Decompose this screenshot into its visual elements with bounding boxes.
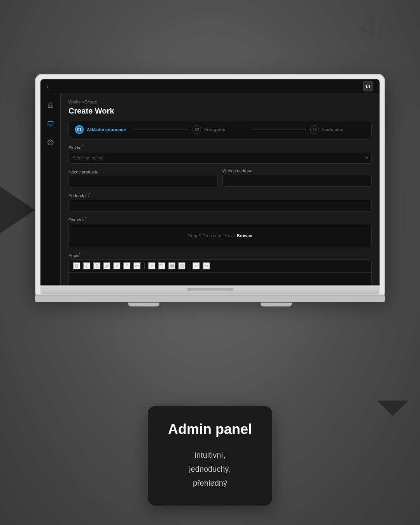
description-field-group: Popis* B I S H xyxy=(68,252,372,285)
rte-image[interactable] xyxy=(178,262,186,270)
breadcrumb-separator: › xyxy=(82,100,83,104)
laptop-screen: › LT xyxy=(40,79,380,285)
subtitle-field-group: Podnadpis* xyxy=(68,192,372,212)
page-title: Create Work xyxy=(68,107,372,116)
file-upload-area[interactable]: Drag & Drop your files or Browse xyxy=(68,224,372,247)
card-title: Admin panel xyxy=(162,422,258,437)
page-counter: 4/6 xyxy=(360,11,401,42)
laptop-foot-left xyxy=(128,303,159,306)
laptop-foot-right xyxy=(261,303,292,306)
rte-bold[interactable]: B xyxy=(73,262,80,270)
rte-code[interactable]: <> xyxy=(133,262,141,270)
service-field-group: Služba* Select an option xyxy=(68,144,372,164)
web-address-label: Webová adresa xyxy=(222,168,372,173)
product-web-row: Název produktu* Webová adresa xyxy=(68,168,372,192)
rte-table[interactable] xyxy=(168,262,176,270)
breadcrumb-works[interactable]: Works xyxy=(68,100,80,104)
rte-blockquote[interactable]: " xyxy=(123,262,131,270)
step-3[interactable]: 03 Zveřejnění xyxy=(310,125,365,134)
svg-point-13 xyxy=(181,265,182,266)
topbar-chevron[interactable]: › xyxy=(47,83,49,89)
rte-toolbar: B I S H " <> xyxy=(68,259,372,272)
web-address-input[interactable] xyxy=(222,175,372,187)
subtitle-input[interactable] xyxy=(68,200,372,212)
rte-ul[interactable]: ≡ xyxy=(148,262,156,270)
breadcrumb-create: Create xyxy=(84,100,97,104)
card-subtitle: intuitivní, jednoduchý, přehledný xyxy=(162,448,258,490)
image-field-group: Obrázek* Drag & Drop your files or Brows… xyxy=(68,216,372,247)
upload-text: Drag & Drop your files or xyxy=(188,233,235,238)
step-3-number: 03 xyxy=(310,125,319,134)
rte-ol[interactable]: 1 xyxy=(158,262,166,270)
rte-heading[interactable]: H xyxy=(113,262,121,270)
main-layout: Works › Create Create Work 01 Základní i… xyxy=(40,93,380,285)
step-divider-1 xyxy=(134,130,189,130)
content-area: Works › Create Create Work 01 Základní i… xyxy=(61,93,380,285)
breadcrumb: Works › Create xyxy=(68,100,372,104)
description-label: Popis* xyxy=(68,252,372,258)
rte-body[interactable] xyxy=(68,272,372,285)
subtitle-label: Podnadpis* xyxy=(68,192,372,198)
laptop-feet xyxy=(35,303,385,306)
step-divider-2 xyxy=(252,130,306,130)
rte-redo[interactable]: ↪ xyxy=(203,262,210,270)
image-label: Obrázek* xyxy=(68,216,372,222)
rte-strikethrough[interactable]: S xyxy=(93,262,101,270)
step-2-label: Fotografie xyxy=(204,127,225,132)
svg-text:1: 1 xyxy=(160,264,161,266)
step-3-label: Zveřejnění xyxy=(322,127,343,132)
step-indicator: 01 Základní informace 02 Fotografie xyxy=(68,121,372,138)
sidebar-item-works[interactable] xyxy=(45,118,56,129)
sidebar-item-home[interactable] xyxy=(45,100,56,110)
topbar: › LT xyxy=(40,79,380,93)
service-label: Služba* xyxy=(68,144,372,150)
sidebar-item-settings[interactable] xyxy=(45,137,56,148)
rte-italic[interactable]: I xyxy=(83,262,91,270)
laptop-notch xyxy=(187,288,233,291)
step-1-number: 01 xyxy=(75,125,84,134)
laptop-stand xyxy=(35,295,385,302)
step-2[interactable]: 02 Fotografie xyxy=(192,125,247,134)
product-name-group: Název produktu* xyxy=(68,168,218,188)
laptop-mockup: › LT xyxy=(35,74,385,306)
service-select[interactable]: Select an option xyxy=(68,152,372,164)
rte-link[interactable] xyxy=(103,262,111,270)
laptop-base xyxy=(40,285,380,294)
laptop-lid: › LT xyxy=(35,74,385,295)
step-1-label: Základní informace xyxy=(87,127,126,132)
bottom-card: Admin panel intuitivní, jednoduchý, přeh… xyxy=(148,406,272,506)
rte-divider-1 xyxy=(144,263,145,269)
service-select-wrapper: Select an option xyxy=(68,152,372,164)
step-1[interactable]: 01 Základní informace xyxy=(75,125,130,134)
rte-divider-2 xyxy=(189,263,189,269)
product-name-label: Název produktu* xyxy=(68,168,218,174)
browse-link[interactable]: Browse xyxy=(237,233,252,238)
svg-point-3 xyxy=(50,142,51,143)
step-2-number: 02 xyxy=(192,125,201,134)
product-name-input[interactable] xyxy=(68,176,218,187)
svg-rect-0 xyxy=(48,121,53,125)
rte-undo[interactable]: ↩ xyxy=(192,262,200,270)
topbar-avatar[interactable]: LT xyxy=(363,81,373,91)
web-address-group: Webová adresa xyxy=(222,168,372,188)
sidebar xyxy=(40,93,61,285)
